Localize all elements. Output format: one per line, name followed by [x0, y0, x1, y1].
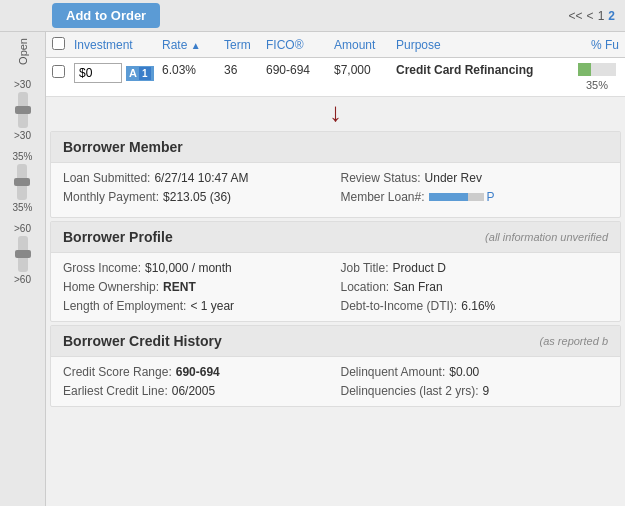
prev-icon[interactable]: < [587, 9, 594, 23]
header-fico[interactable]: FICO® [266, 38, 334, 52]
borrower-member-title: Borrower Member [63, 139, 183, 155]
header-purpose[interactable]: Purpose [396, 38, 575, 52]
earliest-credit-line-label: Earliest Credit Line: [63, 384, 168, 398]
pagination: << < 1 2 [569, 9, 615, 23]
credit-history-right: Delinquent Amount: $0.00 Delinquencies (… [341, 365, 609, 398]
borrower-profile-subtitle: (all information unverified [485, 231, 608, 243]
delinquent-amount-label: Delinquent Amount: [341, 365, 446, 379]
home-ownership-label: Home Ownership: [63, 280, 159, 294]
job-title-value: Product D [393, 261, 446, 275]
delinquencies-label: Delinquencies (last 2 yrs): [341, 384, 479, 398]
borrower-member-left: Loan Submitted: 6/27/14 10:47 AM Monthly… [63, 171, 331, 209]
table-header: Investment Rate ▲ Term FICO® Amount Purp… [46, 32, 625, 58]
length-employment-value: < 1 year [190, 299, 234, 313]
row-amount: $7,000 [334, 63, 396, 77]
gross-income-value: $10,000 / month [145, 261, 232, 275]
gross-income-label: Gross Income: [63, 261, 141, 275]
credit-score-range-value: 690-694 [176, 365, 220, 379]
credit-score-range-label: Credit Score Range: [63, 365, 172, 379]
monthly-payment-label: Monthly Payment: [63, 190, 159, 204]
monthly-payment-value: $213.05 (36) [163, 190, 231, 204]
row-term: 36 [224, 63, 266, 77]
row-rate: 6.03% [162, 63, 224, 77]
page-1[interactable]: 1 [598, 9, 605, 23]
borrower-profile-title: Borrower Profile [63, 229, 173, 245]
slider-group-3: >60 >60 [14, 223, 31, 285]
slider-group-2: 35% 35% [12, 151, 32, 213]
prev-prev-icon[interactable]: << [569, 9, 583, 23]
row-fico: 690-694 [266, 63, 334, 77]
row-investment: A 1 [74, 63, 162, 83]
row-progress: 35% [575, 63, 619, 91]
loan-submitted-value: 6/27/14 10:47 AM [154, 171, 248, 185]
open-label: Open [17, 38, 29, 65]
slider3-bot-label: >60 [14, 274, 31, 285]
credit-history-left: Credit Score Range: 690-694 Earliest Cre… [63, 365, 331, 398]
header-rate[interactable]: Rate ▲ [162, 38, 224, 52]
slider2-top-label: 35% [12, 151, 32, 162]
location-label: Location: [341, 280, 390, 294]
add-to-order-button[interactable]: Add to Order [52, 3, 160, 28]
header-term[interactable]: Term [224, 38, 266, 52]
table-row: A 1 6.03% 36 690-694 $7,000 Credit Card … [46, 58, 625, 97]
slider1-top-label: >30 [14, 79, 31, 90]
slider3-top-label: >60 [14, 223, 31, 234]
location-value: San Fran [393, 280, 442, 294]
header-fu[interactable]: % Fu [575, 38, 619, 52]
job-title-label: Job Title: [341, 261, 389, 275]
slider1-bot-label: >30 [14, 130, 31, 141]
borrower-profile-section: Borrower Profile (all information unveri… [50, 221, 621, 322]
loan-submitted-label: Loan Submitted: [63, 171, 150, 185]
borrower-profile-right: Job Title: Product D Location: San Fran … [341, 261, 609, 313]
review-status-label: Review Status: [341, 171, 421, 185]
delinquent-amount-value: $0.00 [449, 365, 479, 379]
slider2-bot-label: 35% [12, 202, 32, 213]
home-ownership-value: RENT [163, 280, 196, 294]
length-employment-label: Length of Employment: [63, 299, 186, 313]
borrower-credit-history-section: Borrower Credit History (as reported b C… [50, 325, 621, 407]
header-amount[interactable]: Amount [334, 38, 396, 52]
row-checkbox[interactable] [52, 63, 74, 81]
investment-input[interactable] [74, 63, 122, 83]
header-investment[interactable]: Investment [74, 38, 162, 52]
header-checkbox[interactable] [52, 37, 74, 53]
member-loan-bar [429, 193, 484, 201]
credit-history-subtitle: (as reported b [540, 335, 608, 347]
credit-history-title: Borrower Credit History [63, 333, 222, 349]
dti-value: 6.16% [461, 299, 495, 313]
earliest-credit-line-value: 06/2005 [172, 384, 215, 398]
grade-sub: 1 [139, 67, 151, 80]
grade-letter: A [129, 67, 137, 79]
borrower-profile-left: Gross Income: $10,000 / month Home Owner… [63, 261, 331, 313]
review-status-value: Under Rev [425, 171, 482, 185]
borrower-member-section: Borrower Member Loan Submitted: 6/27/14 … [50, 131, 621, 218]
member-loan-link[interactable]: P [487, 190, 495, 204]
down-arrow: ↓ [46, 97, 625, 127]
page-2[interactable]: 2 [608, 9, 615, 23]
dti-label: Debt-to-Income (DTI): [341, 299, 458, 313]
row-purpose: Credit Card Refinancing [396, 63, 575, 77]
member-loan-label: Member Loan#: [341, 190, 425, 204]
delinquencies-value: 9 [483, 384, 490, 398]
borrower-member-right: Review Status: Under Rev Member Loan#: P [341, 171, 609, 209]
slider-group-1: >30 >30 [14, 79, 31, 141]
